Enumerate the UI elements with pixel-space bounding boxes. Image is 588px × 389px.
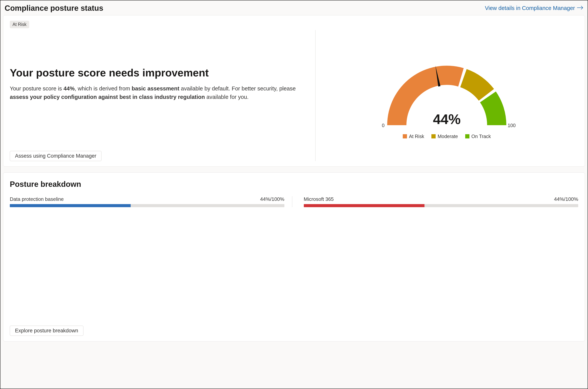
breakdown-item: Data protection baseline44%/100%	[10, 196, 292, 207]
legend-on-track: On Track	[465, 134, 491, 139]
breakdown-item: Microsoft 36544%/100%	[292, 196, 578, 207]
gauge-legend: At Risk Moderate On Track	[403, 134, 491, 139]
score-description: Your posture score is 44%, which is deri…	[10, 85, 302, 101]
breakdown-item-value: 44%/100%	[260, 196, 284, 202]
score-card: At Risk Your posture score needs improve…	[3, 15, 585, 167]
breakdown-item-value: 44%/100%	[554, 196, 578, 202]
square-icon	[431, 134, 436, 138]
legend-label: Moderate	[438, 134, 458, 139]
gauge-max-label: 100	[508, 123, 516, 128]
legend-moderate: Moderate	[431, 134, 458, 139]
square-icon	[403, 134, 407, 138]
page-title: Compliance posture status	[5, 4, 103, 12]
arrow-right-icon	[577, 5, 583, 11]
breakdown-card: Posture breakdown Data protection baseli…	[3, 172, 585, 341]
progress-bar	[10, 204, 284, 207]
score-gauge: 0 100 44%	[380, 58, 514, 129]
page-header: Compliance posture status View details i…	[3, 3, 585, 15]
breakdown-item-label: Microsoft 365	[304, 196, 334, 202]
score-gauge-panel: 0 100 44% At Risk Moderate On Tr	[315, 30, 578, 161]
status-badge: At Risk	[10, 21, 29, 28]
score-summary: Your posture score needs improvement You…	[10, 30, 315, 161]
square-icon	[465, 134, 469, 138]
breakdown-row: Data protection baseline44%/100%Microsof…	[10, 196, 578, 207]
legend-label: At Risk	[409, 134, 424, 139]
view-details-label: View details in Compliance Manager	[485, 5, 575, 11]
legend-at-risk: At Risk	[403, 134, 424, 139]
assess-button[interactable]: Assess using Compliance Manager	[10, 151, 102, 161]
gauge-min-label: 0	[382, 123, 384, 128]
score-heading: Your posture score needs improvement	[10, 67, 306, 79]
progress-bar	[304, 204, 578, 207]
view-details-link[interactable]: View details in Compliance Manager	[485, 5, 583, 11]
breakdown-title: Posture breakdown	[10, 180, 578, 189]
explore-breakdown-button[interactable]: Explore posture breakdown	[10, 326, 83, 336]
breakdown-item-label: Data protection baseline	[10, 196, 64, 202]
legend-label: On Track	[471, 134, 491, 139]
